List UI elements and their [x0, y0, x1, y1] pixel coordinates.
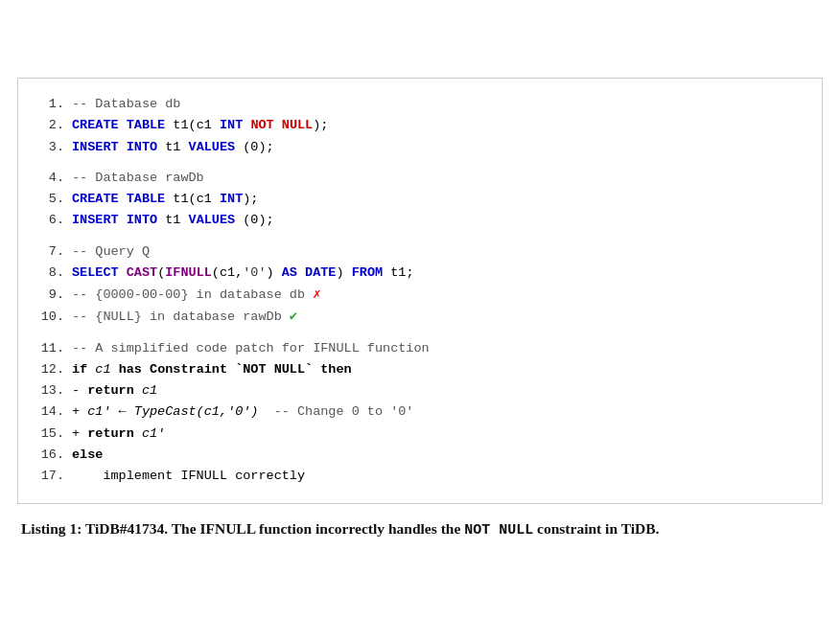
code-content-7: -- Query Q — [72, 241, 150, 263]
line-num-7: 7. — [37, 241, 64, 263]
line-num-14: 14. — [37, 401, 64, 423]
code-content-3: INSERT INTO t1 VALUES (0); — [72, 137, 274, 158]
listing-caption: Listing 1: TiDB#41734. The IFNULL functi… — [17, 517, 823, 542]
code-content-15: + return c1′ — [72, 424, 165, 445]
line-num-8: 8. — [37, 263, 64, 284]
line-num-13: 13. — [37, 380, 64, 401]
code-line-6: 6. INSERT INTO t1 VALUES (0); — [37, 210, 803, 231]
code-content-14: + c1′ ← TypeCast(c1,′0′) -- Change 0 to … — [72, 401, 413, 423]
code-content-11: -- A simplified code patch for IFNULL fu… — [72, 338, 430, 359]
code-content-8: SELECT CAST(IFNULL(c1,'0') AS DATE) FROM… — [72, 263, 414, 284]
code-content-9: -- {0000-00-00} in database db ✗ — [72, 284, 321, 306]
code-listing: 1. -- Database db 2. CREATE TABLE t1(c1 … — [17, 78, 823, 504]
line-num-17: 17. — [37, 466, 64, 487]
code-content-6: INSERT INTO t1 VALUES (0); — [72, 210, 274, 231]
line-num-12: 12. — [37, 359, 64, 380]
code-line-10: 10. -- {NULL} in database rawDb ✔ — [37, 306, 803, 328]
line-num-4: 4. — [37, 168, 64, 189]
code-line-16: 16. else — [37, 445, 803, 466]
code-content-4: -- Database rawDb — [72, 168, 204, 189]
line-num-16: 16. — [37, 445, 64, 466]
main-container: 1. -- Database db 2. CREATE TABLE t1(c1 … — [17, 58, 823, 561]
line-num-1: 1. — [37, 94, 64, 115]
line-num-3: 3. — [37, 137, 64, 158]
line-num-11: 11. — [37, 338, 64, 359]
code-line-11: 11. -- A simplified code patch for IFNUL… — [37, 338, 803, 359]
caption-text: Listing 1: TiDB#41734. The IFNULL functi… — [21, 520, 659, 537]
spacer-1 — [37, 158, 803, 168]
code-line-5: 5. CREATE TABLE t1(c1 INT); — [37, 189, 803, 210]
code-line-4: 4. -- Database rawDb — [37, 168, 803, 189]
code-line-8: 8. SELECT CAST(IFNULL(c1,'0') AS DATE) F… — [37, 263, 803, 284]
code-content-5: CREATE TABLE t1(c1 INT); — [72, 189, 258, 210]
code-line-14: 14. + c1′ ← TypeCast(c1,′0′) -- Change 0… — [37, 401, 803, 423]
spacer-2 — [37, 232, 803, 241]
code-line-17: 17. implement IFNULL correctly — [37, 466, 803, 487]
code-line-12: 12. if c1 has Constraint `NOT NULL` then — [37, 359, 803, 380]
line-num-5: 5. — [37, 189, 64, 210]
line-num-2: 2. — [37, 115, 64, 136]
line-num-15: 15. — [37, 424, 64, 445]
code-content-12: if c1 has Constraint `NOT NULL` then — [72, 359, 352, 380]
code-content-10: -- {NULL} in database rawDb ✔ — [72, 306, 297, 328]
code-line-9: 9. -- {0000-00-00} in database db ✗ — [37, 284, 803, 306]
line-num-9: 9. — [37, 285, 64, 306]
code-line-3: 3. INSERT INTO t1 VALUES (0); — [37, 137, 803, 158]
line-num-10: 10. — [37, 307, 64, 328]
code-content-17: implement IFNULL correctly — [72, 466, 305, 487]
code-content-1: -- Database db — [72, 94, 180, 115]
code-line-13: 13. - return c1 — [37, 380, 803, 401]
code-content-13: - return c1 — [72, 380, 157, 401]
spacer-3 — [37, 329, 803, 338]
code-line-1: 1. -- Database db — [37, 94, 803, 115]
code-line-7: 7. -- Query Q — [37, 241, 803, 263]
code-content-16: else — [72, 445, 103, 466]
code-line-2: 2. CREATE TABLE t1(c1 INT NOT NULL); — [37, 115, 803, 136]
code-line-15: 15. + return c1′ — [37, 424, 803, 445]
code-content-2: CREATE TABLE t1(c1 INT NOT NULL); — [72, 115, 328, 136]
line-num-6: 6. — [37, 210, 64, 231]
